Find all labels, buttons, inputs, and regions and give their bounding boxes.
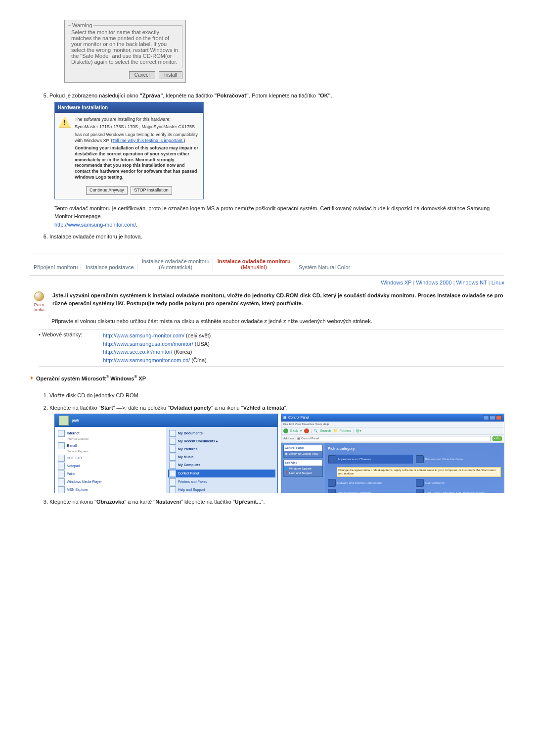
tooltip: Change the appearance of desktop items, … xyxy=(337,467,501,477)
start-menu-item[interactable]: Help and Support xyxy=(169,486,274,493)
samsung-monitor-link[interactable]: http://www.samsung-monitor.com/ xyxy=(54,222,136,228)
section-divider xyxy=(30,253,504,253)
tab-strip: Připojení monitoru Instalace podstavce I… xyxy=(30,256,504,276)
xp-step-3: Klepněte na ikonu "Obrazovka" a na kartě… xyxy=(49,498,504,506)
start-menu-item[interactable]: Windows Media Player xyxy=(58,478,163,485)
hardware-installation-dialog: Hardware Installation The software you a… xyxy=(54,102,204,199)
install-button[interactable]: Install xyxy=(159,71,182,79)
web-link[interactable]: http://www.samsungusa.com/monitor/ xyxy=(103,341,193,347)
tab-stand[interactable]: Instalace podstavce xyxy=(83,264,137,270)
start-menu-item[interactable]: Control Panel xyxy=(168,470,275,477)
os-xp-link[interactable]: Windows XP xyxy=(381,280,411,285)
os-2000-link[interactable]: Windows 2000 xyxy=(416,280,451,285)
start-menu-item[interactable]: My Computer xyxy=(169,462,274,469)
web-link[interactable]: http://www.samsung-monitor.com/ xyxy=(103,332,184,338)
start-menu-item[interactable]: Printers and Faxes xyxy=(169,478,274,485)
start-menu-item[interactable]: Notepad xyxy=(58,463,163,470)
control-panel-category[interactable]: Network and Internet Connections xyxy=(328,479,413,487)
xp-step-2: Klepněte na tlačítko "Start" —>, dále na… xyxy=(49,404,504,493)
section-heading-xp: Operační systém Microsoft® Windows® XP xyxy=(30,375,504,381)
start-menu-item[interactable]: My Documents xyxy=(169,430,274,437)
note-text: Jste-li vyzváni operačním systémem k ins… xyxy=(52,291,504,312)
pin-icon xyxy=(34,291,44,301)
web-link[interactable]: http://www.sec.co.kr/monitor/ xyxy=(103,349,173,355)
start-menu-item[interactable]: E-mail xyxy=(58,442,163,449)
web-links-label: Webové stránky: xyxy=(39,331,103,364)
note-icon: Pozn ámka xyxy=(30,291,48,312)
tab-natural-color[interactable]: Systém Natural Color xyxy=(296,264,354,270)
warning-legend: Warning xyxy=(71,22,93,28)
os-nt-link[interactable]: Windows NT xyxy=(456,280,487,285)
control-panel-screenshot: ▦Control Panel File Edit View Favorites … xyxy=(281,414,504,493)
start-menu-item[interactable]: My Pictures xyxy=(169,446,274,453)
control-panel-category[interactable]: Appearance and Themes xyxy=(328,455,413,464)
start-menu-item[interactable]: Paint xyxy=(58,471,163,477)
warning-triangle-icon xyxy=(59,117,71,128)
stop-installation-button[interactable]: STOP Installation xyxy=(131,186,172,195)
start-menu-item[interactable]: Internet xyxy=(58,430,163,437)
control-panel-category[interactable]: Printers and Other Hardware xyxy=(416,455,501,464)
note-box: Pozn ámka Jste-li vyzváni operačním syst… xyxy=(30,291,504,312)
cancel-button[interactable]: Cancel xyxy=(129,71,155,79)
start-menu-item[interactable]: MSN Explorer xyxy=(58,486,163,493)
tab-driver-auto[interactable]: Instalace ovladače monitoru (Automatická… xyxy=(139,258,213,270)
prepare-paragraph: Připravte si volnou disketu nebo určitou… xyxy=(51,317,504,326)
warning-text: Select the monitor name that exactly mat… xyxy=(71,29,179,65)
web-links-row: Webové stránky: http://www.samsung-monit… xyxy=(39,329,504,367)
avatar-icon xyxy=(59,416,69,425)
start-menu-item[interactable]: HCT 10.0 xyxy=(58,455,163,462)
control-panel-category[interactable]: Add or Remove Programs xyxy=(328,489,413,493)
xp-step-1: Vložte disk CD do jednotky CD-ROM. xyxy=(49,391,504,400)
tab-connection[interactable]: Připojení monitoru xyxy=(31,264,81,270)
start-menu-screenshot: park InternetInternet ExplorerE-mailOutl… xyxy=(54,414,278,493)
step-5: Pokud je zobrazeno následující okno "Zpr… xyxy=(49,92,504,229)
os-anchor-links: Windows XP | Windows 2000 | Windows NT |… xyxy=(30,280,504,285)
os-linux-link[interactable]: Linux xyxy=(491,280,504,285)
control-panel-category[interactable]: User Accounts xyxy=(416,479,501,487)
start-menu-item[interactable]: My Music xyxy=(169,454,274,461)
web-link[interactable]: http://www.samsungmonitor.com.cn/ xyxy=(103,357,190,363)
continue-anyway-button[interactable]: Continue Anyway xyxy=(86,186,128,195)
tab-driver-manual[interactable]: Instalace ovladače monitoru (Manuální) xyxy=(215,258,294,270)
start-menu-item[interactable]: My Recent Documents ▸ xyxy=(169,438,274,445)
warning-dialog: Warning Select the monitor name that exa… xyxy=(64,20,186,83)
dialog-title: Hardware Installation xyxy=(55,102,203,113)
control-panel-category[interactable]: Date, Time, Language, and Regional Optio… xyxy=(416,489,501,493)
chevron-right-icon xyxy=(31,376,33,380)
step-6: Instalace ovladače monitoru je hotova. xyxy=(49,233,504,241)
tell-me-why-link[interactable]: Tell me why this testing is important. xyxy=(112,138,183,143)
cert-paragraph: Tento ovladač monitoru je certifikován, … xyxy=(54,204,504,229)
